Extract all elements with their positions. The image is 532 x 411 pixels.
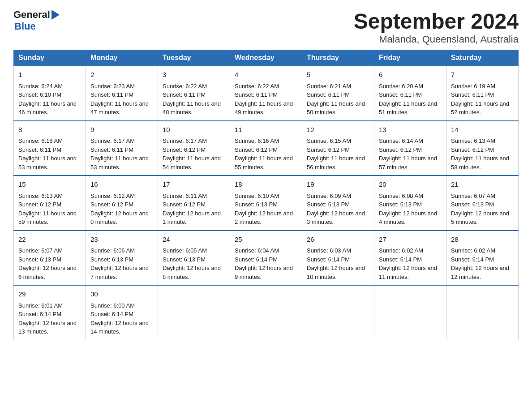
logo: General Blue: [13, 9, 60, 32]
day-number: 18: [235, 180, 297, 190]
day-number: 5: [307, 70, 369, 80]
weekday-header-thursday: Thursday: [302, 50, 374, 66]
weekday-header-sunday: Sunday: [14, 50, 86, 66]
sunrise-label: Sunrise: 6:02 AM: [451, 247, 495, 254]
sunset-label: Sunset: 6:14 PM: [90, 311, 133, 317]
day-number: 29: [18, 289, 81, 300]
calendar-week-row: 29Sunrise: 6:01 AMSunset: 6:14 PMDayligh…: [14, 285, 519, 340]
sunrise-label: Sunrise: 6:17 AM: [90, 137, 135, 144]
weekday-header-friday: Friday: [374, 50, 446, 66]
sunrise-label: Sunrise: 6:15 AM: [307, 137, 351, 144]
sunrise-label: Sunrise: 6:04 AM: [235, 247, 279, 254]
day-number: 25: [235, 235, 297, 245]
day-number: 1: [18, 70, 81, 80]
day-number: 13: [379, 125, 442, 135]
sunset-label: Sunset: 6:14 PM: [18, 311, 61, 317]
sunrise-label: Sunrise: 6:03 AM: [307, 247, 351, 254]
day-number: 11: [235, 125, 297, 135]
day-info: Sunrise: 6:02 AMSunset: 6:14 PMDaylight:…: [451, 246, 514, 281]
sunset-label: Sunset: 6:14 PM: [307, 256, 350, 263]
calendar-cell: [230, 285, 302, 340]
calendar-cell: 14Sunrise: 6:13 AMSunset: 6:12 PMDayligh…: [446, 121, 519, 176]
day-number: 12: [307, 125, 369, 135]
daylight-label: Daylight: 11 hours and 58 minutes.: [451, 155, 509, 171]
sunrise-label: Sunrise: 6:11 AM: [163, 193, 207, 199]
day-info: Sunrise: 6:24 AMSunset: 6:10 PMDaylight:…: [18, 82, 81, 117]
day-info: Sunrise: 6:09 AMSunset: 6:13 PMDaylight:…: [307, 192, 369, 227]
daylight-label: Daylight: 11 hours and 59 minutes.: [18, 210, 77, 226]
sunrise-label: Sunrise: 6:05 AM: [163, 247, 207, 254]
sunrise-label: Sunrise: 6:01 AM: [18, 302, 63, 309]
sunset-label: Sunset: 6:12 PM: [90, 201, 133, 208]
calendar-week-row: 1Sunrise: 6:24 AMSunset: 6:10 PMDaylight…: [14, 66, 519, 121]
daylight-label: Daylight: 11 hours and 52 minutes.: [451, 100, 509, 116]
daylight-label: Daylight: 12 hours and 0 minutes.: [90, 210, 149, 226]
calendar-cell: 4Sunrise: 6:22 AMSunset: 6:11 PMDaylight…: [230, 66, 302, 121]
calendar-cell: [446, 285, 519, 340]
sunrise-label: Sunrise: 6:06 AM: [90, 247, 135, 254]
logo-arrow-icon: [51, 10, 60, 20]
day-info: Sunrise: 6:18 AMSunset: 6:11 PMDaylight:…: [18, 137, 81, 171]
day-number: 27: [379, 235, 442, 245]
day-number: 2: [90, 70, 153, 80]
daylight-label: Daylight: 11 hours and 54 minutes.: [163, 155, 221, 171]
day-info: Sunrise: 6:06 AMSunset: 6:13 PMDaylight:…: [90, 246, 153, 281]
calendar-week-row: 8Sunrise: 6:18 AMSunset: 6:11 PMDaylight…: [14, 121, 519, 176]
sunrise-label: Sunrise: 6:13 AM: [451, 137, 495, 144]
sunset-label: Sunset: 6:11 PM: [18, 146, 61, 153]
calendar-subtitle: Malanda, Queensland, Australia: [354, 34, 519, 45]
sunset-label: Sunset: 6:11 PM: [235, 91, 278, 98]
day-info: Sunrise: 6:21 AMSunset: 6:11 PMDaylight:…: [307, 82, 369, 117]
day-info: Sunrise: 6:05 AMSunset: 6:13 PMDaylight:…: [163, 246, 225, 281]
day-info: Sunrise: 6:01 AMSunset: 6:14 PMDaylight:…: [18, 301, 81, 336]
daylight-label: Daylight: 11 hours and 48 minutes.: [163, 100, 221, 116]
day-number: 7: [451, 70, 514, 80]
sunset-label: Sunset: 6:12 PM: [451, 146, 494, 153]
sunrise-label: Sunrise: 6:07 AM: [18, 247, 63, 254]
day-number: 22: [18, 235, 81, 245]
title-block: September 2024 Malanda, Queensland, Aust…: [354, 9, 519, 45]
calendar-cell: 11Sunrise: 6:16 AMSunset: 6:12 PMDayligh…: [230, 121, 302, 176]
calendar-cell: 16Sunrise: 6:12 AMSunset: 6:12 PMDayligh…: [86, 176, 158, 231]
sunrise-label: Sunrise: 6:02 AM: [379, 247, 423, 254]
sunrise-label: Sunrise: 6:19 AM: [451, 83, 495, 90]
sunset-label: Sunset: 6:13 PM: [307, 201, 350, 208]
daylight-label: Daylight: 12 hours and 8 minutes.: [163, 265, 221, 280]
calendar-cell: 25Sunrise: 6:04 AMSunset: 6:14 PMDayligh…: [230, 231, 302, 286]
sunset-label: Sunset: 6:12 PM: [235, 146, 278, 153]
day-number: 3: [163, 70, 225, 80]
daylight-label: Daylight: 12 hours and 4 minutes.: [379, 210, 437, 226]
day-info: Sunrise: 6:07 AMSunset: 6:13 PMDaylight:…: [451, 192, 514, 227]
sunset-label: Sunset: 6:13 PM: [18, 256, 61, 263]
daylight-label: Daylight: 12 hours and 7 minutes.: [90, 265, 149, 280]
sunrise-label: Sunrise: 6:00 AM: [90, 302, 135, 309]
daylight-label: Daylight: 12 hours and 12 minutes.: [451, 265, 509, 280]
day-info: Sunrise: 6:10 AMSunset: 6:13 PMDaylight:…: [235, 192, 297, 227]
daylight-label: Daylight: 11 hours and 55 minutes.: [235, 155, 293, 171]
day-number: 15: [18, 180, 81, 190]
sunset-label: Sunset: 6:12 PM: [379, 146, 422, 153]
sunrise-label: Sunrise: 6:20 AM: [379, 83, 423, 90]
daylight-label: Daylight: 12 hours and 11 minutes.: [379, 265, 437, 280]
calendar-cell: 24Sunrise: 6:05 AMSunset: 6:13 PMDayligh…: [158, 231, 230, 286]
daylight-label: Daylight: 12 hours and 10 minutes.: [307, 265, 365, 280]
daylight-label: Daylight: 12 hours and 14 minutes.: [90, 320, 149, 335]
calendar-table: SundayMondayTuesdayWednesdayThursdayFrid…: [13, 50, 519, 340]
calendar-cell: 7Sunrise: 6:19 AMSunset: 6:11 PMDaylight…: [446, 66, 519, 121]
calendar-cell: 22Sunrise: 6:07 AMSunset: 6:13 PMDayligh…: [14, 231, 86, 286]
daylight-label: Daylight: 12 hours and 5 minutes.: [451, 210, 509, 226]
sunset-label: Sunset: 6:13 PM: [163, 256, 206, 263]
day-info: Sunrise: 6:14 AMSunset: 6:12 PMDaylight:…: [379, 137, 442, 171]
calendar-cell: 3Sunrise: 6:22 AMSunset: 6:11 PMDaylight…: [158, 66, 230, 121]
day-number: 14: [451, 125, 514, 135]
calendar-cell: 19Sunrise: 6:09 AMSunset: 6:13 PMDayligh…: [302, 176, 374, 231]
day-info: Sunrise: 6:19 AMSunset: 6:11 PMDaylight:…: [451, 82, 514, 117]
sunrise-label: Sunrise: 6:24 AM: [18, 83, 63, 90]
day-info: Sunrise: 6:17 AMSunset: 6:11 PMDaylight:…: [90, 137, 153, 171]
day-number: 16: [90, 180, 153, 190]
sunset-label: Sunset: 6:11 PM: [307, 91, 350, 98]
sunrise-label: Sunrise: 6:17 AM: [163, 137, 207, 144]
sunset-label: Sunset: 6:13 PM: [235, 201, 278, 208]
weekday-header-tuesday: Tuesday: [158, 50, 230, 66]
calendar-cell: 6Sunrise: 6:20 AMSunset: 6:11 PMDaylight…: [374, 66, 446, 121]
